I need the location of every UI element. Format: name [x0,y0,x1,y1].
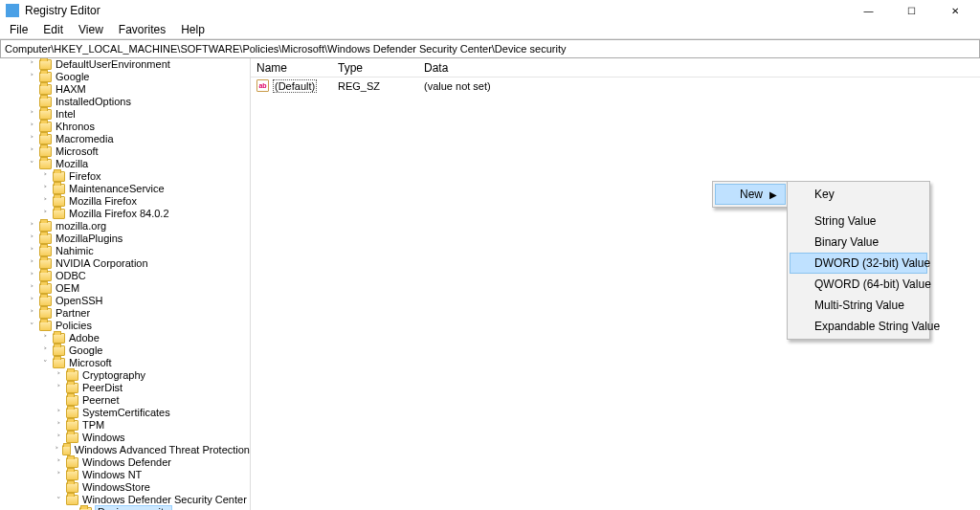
menu-view[interactable]: View [71,22,111,37]
tree-item[interactable]: ˃Nahimic [27,245,250,257]
tree-item[interactable]: ˃Mozilla Firefox [40,195,250,208]
expand-icon[interactable]: ˃ [27,135,37,144]
context-item[interactable]: QWORD (64-bit) Value [790,274,927,295]
tree-item[interactable]: InstalledOptions [27,96,250,108]
tree-item[interactable]: ˃TPM [54,419,250,432]
expand-icon[interactable]: ˃ [27,309,37,319]
expand-icon[interactable]: ˃ [54,409,64,418]
expand-icon[interactable]: ˃ [27,122,37,132]
tree-item[interactable]: ˃DefaultUserEnvironment [27,58,250,71]
address-bar[interactable]: Computer\HKEY_LOCAL_MACHINE\SOFTWARE\Pol… [0,39,980,58]
expand-icon[interactable]: ˃ [54,433,64,443]
expand-icon[interactable]: ˃ [27,259,37,269]
tree-item[interactable]: ˃MozillaPlugins [27,233,250,245]
maximize-button[interactable]: ☐ [890,0,933,21]
tree-item[interactable]: ˃Adobe [40,332,250,344]
registry-tree[interactable]: ˃DefaultUserEnvironment˃GoogleHAXMInstal… [0,58,250,510]
tree-item[interactable]: WindowsStore [54,481,250,494]
tree-item[interactable]: ˃Macromedia [27,133,250,145]
folder-icon [66,495,78,505]
expand-icon[interactable]: ˃ [27,272,37,281]
expand-icon[interactable]: ˃ [27,147,37,157]
expand-icon[interactable]: ˃ [40,346,51,356]
collapse-icon[interactable]: ˅ [27,160,37,169]
address-path: Computer\HKEY_LOCAL_MACHINE\SOFTWARE\Pol… [5,43,566,55]
minimize-button[interactable]: — [847,0,890,21]
expand-icon[interactable]: ˃ [54,471,64,480]
context-submenu-new[interactable]: KeyString ValueBinary ValueDWORD (32-bit… [787,181,930,340]
expand-icon[interactable]: ˃ [40,210,51,219]
collapse-icon[interactable]: ˅ [27,322,37,331]
collapse-icon[interactable]: ˅ [40,359,51,368]
expand-icon[interactable]: ˃ [54,421,64,431]
expand-icon[interactable]: ˃ [27,110,37,120]
expand-icon[interactable]: ˃ [27,222,37,232]
expand-icon[interactable]: ˃ [54,371,64,381]
tree-item[interactable]: ˃mozilla.org [27,220,250,233]
folder-icon [66,408,78,418]
expand-icon[interactable]: ˃ [54,458,64,468]
expand-icon[interactable]: ˃ [27,234,37,244]
values-pane[interactable]: Name Type Data ab (Default) REG_SZ (valu… [251,58,980,510]
tree-item[interactable]: ˃MaintenanceService [40,183,250,195]
expand-icon[interactable]: ˃ [27,60,37,70]
context-item[interactable]: Multi-String Value [790,295,927,316]
tree-item[interactable]: ˃Windows NT [54,469,250,481]
tree-item[interactable]: ˃Intel [27,108,250,121]
menu-favorites[interactable]: Favorites [111,22,173,37]
tree-item[interactable]: ˃OEM [27,282,250,295]
collapse-icon[interactable]: ˅ [54,496,64,505]
tree-item[interactable]: ˃Google [27,71,250,83]
col-name[interactable]: Name [251,59,332,77]
expand-icon[interactable]: ˃ [40,185,51,194]
expand-icon[interactable]: ˃ [27,297,37,306]
tree-item[interactable]: ˃SystemCertificates [54,407,250,419]
tree-pane[interactable]: ˃DefaultUserEnvironment˃GoogleHAXMInstal… [0,58,251,510]
expand-icon[interactable]: ˃ [27,73,37,82]
close-button[interactable]: ✕ [933,0,976,21]
context-item[interactable]: Expandable String Value [790,316,927,337]
tree-item[interactable]: ˃PeerDist [54,382,250,394]
tree-item[interactable]: ˃Google [40,344,250,357]
tree-item[interactable]: ˃OpenSSH [27,295,250,307]
menu-edit[interactable]: Edit [35,22,71,37]
tree-item[interactable]: ˃Khronos [27,121,250,133]
tree-item[interactable]: ˃NVIDIA Corporation [27,257,250,270]
col-type[interactable]: Type [332,59,418,77]
folder-icon [66,432,78,443]
tree-item[interactable]: ˃Firefox [40,170,250,183]
tree-item[interactable]: ˃Partner [27,307,250,320]
expand-icon[interactable]: ˃ [27,247,37,256]
context-new[interactable]: New ▶ [715,184,786,205]
folder-icon [39,258,52,269]
context-item[interactable]: DWORD (32-bit) Value [790,253,927,274]
expand-icon[interactable]: ˃ [40,197,51,207]
context-menu[interactable]: New ▶ [712,181,789,208]
tree-item[interactable]: ˃Windows Defender [54,456,250,469]
tree-item[interactable]: ˃Cryptography [54,369,250,382]
expand-icon[interactable]: ˃ [54,446,60,455]
menu-file[interactable]: File [2,22,35,37]
tree-item[interactable]: Device security [67,506,250,510]
menu-help[interactable]: Help [173,22,212,37]
context-item[interactable]: Key [790,184,927,205]
tree-item[interactable]: ˃Microsoft [27,145,250,158]
tree-item[interactable]: ˃Windows [54,432,250,444]
col-data[interactable]: Data [418,59,980,77]
tree-item[interactable]: HAXM [27,83,250,96]
folder-icon [66,383,78,393]
context-item[interactable]: Binary Value [790,232,927,253]
expand-icon[interactable]: ˃ [40,334,51,344]
tree-item[interactable]: Peernet [54,394,250,407]
value-row[interactable]: ab (Default) REG_SZ (value not set) [251,78,980,94]
expand-icon[interactable]: ˃ [40,172,51,182]
folder-icon [66,457,78,468]
context-item[interactable]: String Value [790,211,927,232]
tree-item[interactable]: ˃Windows Advanced Threat Protection [54,444,250,456]
expand-icon[interactable]: ˃ [27,284,37,294]
expand-icon[interactable]: ˃ [54,384,64,393]
tree-item[interactable]: ˃ODBC [27,270,250,282]
values-list[interactable]: ab (Default) REG_SZ (value not set) [251,78,980,94]
tree-item-label: PeerDist [82,382,122,394]
tree-item[interactable]: ˃Mozilla Firefox 84.0.2 [40,208,250,220]
